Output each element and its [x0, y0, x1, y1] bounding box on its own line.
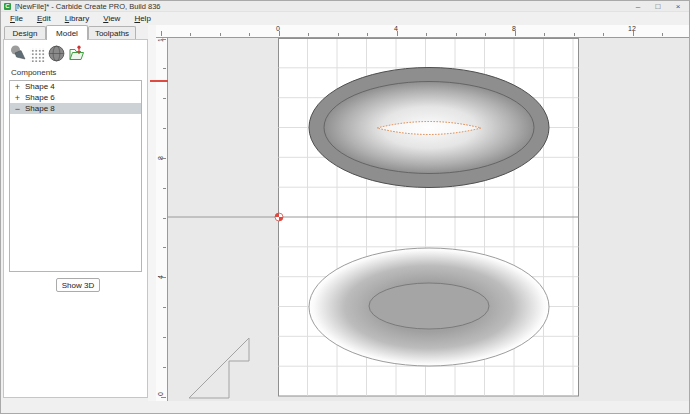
components-heading: Components	[11, 68, 56, 77]
model-toolbar	[10, 45, 85, 62]
list-item-label: Shape 6	[25, 93, 55, 102]
h-ruler-tick	[574, 33, 575, 36]
v-ruler-tick	[163, 68, 166, 69]
h-ruler-tick	[515, 31, 516, 36]
list-item-label: Shape 4	[25, 82, 55, 91]
top-oval-model-component[interactable]	[309, 68, 549, 188]
list-item-shape-8[interactable]: − Shape 8	[10, 103, 141, 114]
plus-icon: +	[14, 93, 21, 103]
v-ruler-tick	[163, 98, 166, 99]
list-item-shape-6[interactable]: + Shape 6	[10, 92, 141, 103]
status-strip	[1, 401, 690, 414]
h-ruler-tick	[426, 33, 427, 36]
h-ruler-tick	[397, 31, 398, 36]
window-title: [NewFile]* - Carbide Create PRO, Build 8…	[15, 2, 160, 11]
v-ruler-tick	[163, 247, 166, 248]
h-ruler: 0 4 8 12	[156, 25, 690, 38]
menu-library[interactable]: Library	[58, 14, 96, 23]
h-ruler-tick	[485, 33, 486, 36]
h-ruler-tick	[662, 33, 663, 36]
minimize-button[interactable]: –	[628, 1, 648, 12]
menu-view[interactable]: View	[96, 14, 127, 23]
sphere-icon[interactable]	[48, 45, 65, 62]
menu-edit[interactable]: Edit	[30, 14, 58, 23]
v-ruler-tick	[163, 188, 166, 189]
model-panel: Components + Shape 4 + Shape 6 − Shape 8…	[3, 39, 148, 398]
app-logo-icon: C	[4, 3, 11, 10]
h-ruler-tick	[603, 33, 604, 36]
v-ruler-tick	[161, 39, 166, 40]
texture-grid-icon[interactable]	[30, 48, 45, 62]
bottom-oval-model-component[interactable]	[309, 248, 549, 366]
list-item-label: Shape 8	[25, 104, 55, 113]
h-ruler-tick	[249, 33, 250, 36]
plus-icon: +	[14, 82, 21, 92]
h-ruler-tick	[161, 31, 162, 36]
menu-help[interactable]: Help	[127, 14, 157, 23]
h-ruler-tick	[220, 33, 221, 36]
h-ruler-tick	[367, 33, 368, 36]
components-list: + Shape 4 + Shape 6 − Shape 8	[9, 80, 142, 272]
v-ruler-tick	[163, 307, 166, 308]
close-button[interactable]: ×	[668, 1, 688, 12]
h-ruler-tick	[308, 33, 309, 36]
v-ruler-tick	[161, 397, 166, 398]
v-ruler-tick	[161, 158, 166, 159]
h-ruler-tick	[190, 33, 191, 36]
v-ruler-tick	[161, 277, 166, 278]
v-ruler-label: 0	[156, 388, 166, 400]
h-ruler-tick	[633, 31, 634, 36]
menu-file[interactable]: File	[3, 14, 30, 23]
design-canvas[interactable]	[168, 38, 690, 401]
model-shape-icon[interactable]	[10, 45, 27, 62]
app-window: C [NewFile]* - Carbide Create PRO, Build…	[0, 0, 690, 414]
canvas-drawing	[168, 38, 690, 401]
ruler-position-marker	[150, 80, 168, 82]
v-ruler-tick	[163, 367, 166, 368]
tab-design[interactable]: Design	[4, 26, 46, 39]
menu-bar: File Edit Library View Help	[1, 12, 690, 25]
h-ruler-tick	[279, 31, 280, 36]
h-ruler-tick	[544, 33, 545, 36]
show-3d-button[interactable]: Show 3D	[56, 278, 100, 292]
triangle-outline[interactable]	[189, 338, 249, 398]
window-controls: – □ ×	[628, 1, 688, 12]
v-ruler-tick	[163, 128, 166, 129]
origin-marker	[275, 213, 283, 221]
list-item-shape-4[interactable]: + Shape 4	[10, 81, 141, 92]
maximize-button[interactable]: □	[648, 1, 668, 12]
tab-toolpaths[interactable]: Toolpaths	[88, 26, 136, 39]
v-ruler-tick	[163, 218, 166, 219]
import-model-icon[interactable]	[68, 45, 85, 62]
minus-icon: −	[14, 104, 21, 114]
v-ruler-tick	[163, 337, 166, 338]
h-ruler-tick	[338, 33, 339, 36]
title-bar: C [NewFile]* - Carbide Create PRO, Build…	[1, 1, 690, 12]
h-ruler-tick	[456, 33, 457, 36]
tab-model[interactable]: Model	[46, 25, 88, 40]
